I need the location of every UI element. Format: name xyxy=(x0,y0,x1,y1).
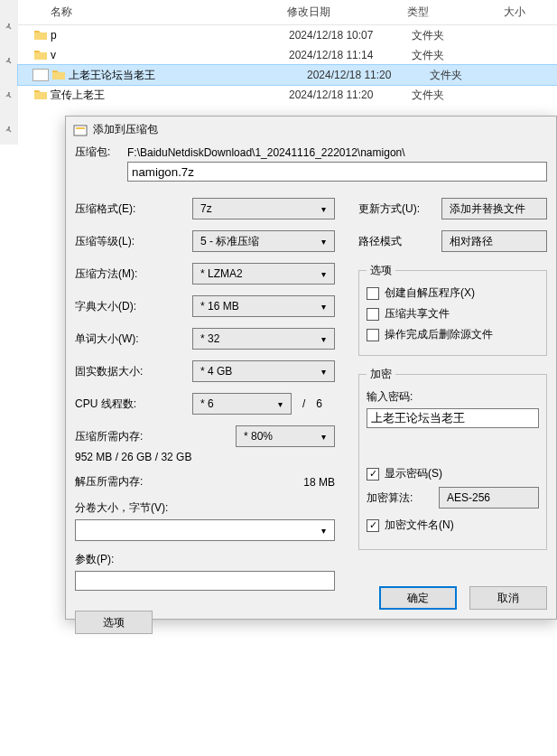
enc-method-select[interactable]: AES-256 xyxy=(439,487,539,509)
share-label: 压缩共享文件 xyxy=(385,306,450,322)
paths-select[interactable]: 相对路径 xyxy=(441,230,547,252)
decompmem-value: 18 MB xyxy=(299,476,335,489)
file-row[interactable]: p2024/12/18 10:07文件夹 xyxy=(18,25,557,45)
word-select[interactable]: * 32▾ xyxy=(192,328,335,350)
options-group: 选项 创建自解压程序(X) 压缩共享文件 操作完成后删除源文件 xyxy=(358,263,547,356)
volume-label: 分卷大小，字节(V): xyxy=(75,500,335,516)
sfx-checkbox[interactable] xyxy=(367,287,379,300)
compmem-detail: 952 MB / 26 GB / 32 GB xyxy=(75,451,191,463)
cancel-button[interactable]: 取消 xyxy=(469,586,547,610)
cpu-label: CPU 线程数: xyxy=(75,397,192,412)
file-type: 文件夹 xyxy=(430,68,529,83)
file-date: 2024/12/18 10:07 xyxy=(289,29,412,42)
file-list-header: 名称 修改日期 类型 大小 xyxy=(18,0,557,25)
dialog-title: 添加到压缩包 xyxy=(93,122,158,137)
folder-icon xyxy=(32,47,49,63)
chevron-down-icon: ▾ xyxy=(316,367,330,377)
file-name: 上老王论坛当老王 xyxy=(69,68,307,83)
column-header-size[interactable]: 大小 xyxy=(504,5,557,20)
row-checkbox[interactable] xyxy=(32,69,49,81)
enc-names-checkbox[interactable] xyxy=(367,519,379,532)
password-label: 输入密码: xyxy=(367,389,539,405)
file-type: 文件夹 xyxy=(412,88,511,103)
decompmem-label: 解压所需内存: xyxy=(75,474,192,490)
delete-label: 操作完成后删除源文件 xyxy=(385,327,493,342)
svg-rect-1 xyxy=(76,127,85,129)
format-label: 压缩格式(E): xyxy=(75,201,192,217)
folder-icon xyxy=(32,27,49,43)
archive-name-input[interactable] xyxy=(127,162,547,182)
left-column: 压缩格式(E): 7z▾ 压缩等级(L): 5 - 标准压缩▾ 压缩方法(M):… xyxy=(75,198,335,634)
volume-select[interactable]: ▾ xyxy=(75,519,335,541)
pin-icon[interactable] xyxy=(2,123,16,137)
column-header-type[interactable]: 类型 xyxy=(407,5,505,20)
folder-icon xyxy=(51,67,67,83)
compmem-pct-select[interactable]: * 80%▾ xyxy=(236,425,335,447)
pin-icon[interactable] xyxy=(2,89,16,103)
chevron-down-icon: ▾ xyxy=(316,302,330,312)
folder-icon xyxy=(32,87,49,103)
file-name: v xyxy=(51,49,289,61)
params-input[interactable] xyxy=(75,571,335,591)
enc-names-label: 加密文件名(N) xyxy=(385,518,454,533)
svg-rect-0 xyxy=(74,126,87,135)
column-header-name[interactable]: 名称 xyxy=(51,5,287,20)
paths-label: 路径模式 xyxy=(358,234,441,249)
file-row[interactable]: v2024/12/18 11:14文件夹 xyxy=(18,45,557,65)
archive-icon xyxy=(73,123,88,137)
show-password-label: 显示密码(S) xyxy=(385,466,442,481)
options-legend: 选项 xyxy=(367,263,395,278)
solid-select[interactable]: * 4 GB▾ xyxy=(192,360,335,382)
update-select[interactable]: 添加并替换文件 xyxy=(441,198,547,219)
chevron-down-icon: ▾ xyxy=(316,432,330,442)
delete-checkbox[interactable] xyxy=(367,329,379,341)
ok-button[interactable]: 确定 xyxy=(379,586,457,610)
encrypt-group: 加密 输入密码: 显示密码(S) 加密算法: AES-256 加密文件名(N) xyxy=(358,367,547,550)
dict-label: 字典大小(D): xyxy=(75,299,192,314)
file-row[interactable]: 宣传上老王2024/12/18 11:20文件夹 xyxy=(18,85,557,105)
method-label: 压缩方法(M): xyxy=(75,266,192,282)
pin-icon[interactable] xyxy=(2,54,16,69)
cpu-select[interactable]: * 6▾ xyxy=(192,393,292,415)
update-label: 更新方式(U): xyxy=(358,201,441,217)
file-name: p xyxy=(51,29,289,42)
options-button[interactable]: 选项 xyxy=(75,611,153,634)
chevron-down-icon: ▾ xyxy=(316,526,330,536)
chevron-down-icon: ▾ xyxy=(316,204,330,214)
file-name: 宣传上老王 xyxy=(51,88,289,103)
compmem-label: 压缩所需内存: xyxy=(75,429,192,444)
format-select[interactable]: 7z▾ xyxy=(192,198,335,219)
column-header-date[interactable]: 修改日期 xyxy=(287,5,407,20)
level-select[interactable]: 5 - 标准压缩▾ xyxy=(192,230,335,252)
solid-label: 固实数据大小: xyxy=(75,364,192,379)
password-input[interactable] xyxy=(367,408,539,428)
archive-path: F:\BaiduNetdiskDownload\1_20241116_22201… xyxy=(127,146,547,159)
encrypt-legend: 加密 xyxy=(367,367,395,382)
sfx-label: 创建自解压程序(X) xyxy=(385,285,475,301)
pin-icon[interactable] xyxy=(2,20,16,34)
file-list-pane: 名称 修改日期 类型 大小 p2024/12/18 10:07文件夹v2024/… xyxy=(18,0,557,105)
chevron-down-icon: ▾ xyxy=(316,334,330,344)
chevron-down-icon: ▾ xyxy=(273,399,287,409)
right-column: 更新方式(U): 添加并替换文件 路径模式 相对路径 选项 创建自解压程序(X)… xyxy=(358,198,547,634)
chevron-down-icon: ▾ xyxy=(316,237,330,247)
method-select[interactable]: * LZMA2▾ xyxy=(192,263,335,285)
word-label: 单词大小(W): xyxy=(75,331,192,347)
add-to-archive-dialog: 添加到压缩包 压缩包: F:\BaiduNetdiskDownload\1_20… xyxy=(65,116,557,620)
file-row[interactable]: 上老王论坛当老王2024/12/18 11:20文件夹 xyxy=(18,65,557,85)
level-label: 压缩等级(L): xyxy=(75,234,192,249)
params-label: 参数(P): xyxy=(75,552,335,567)
file-date: 2024/12/18 11:20 xyxy=(307,69,430,81)
show-password-checkbox[interactable] xyxy=(367,468,379,481)
cpu-total: 6 xyxy=(316,397,322,410)
file-type: 文件夹 xyxy=(412,28,511,43)
quick-access-strip xyxy=(0,0,18,145)
file-type: 文件夹 xyxy=(412,48,511,63)
enc-method-label: 加密算法: xyxy=(367,490,439,506)
dict-select[interactable]: * 16 MB▾ xyxy=(192,295,335,317)
chevron-down-icon: ▾ xyxy=(316,269,330,279)
archive-label: 压缩包: xyxy=(75,145,127,160)
share-checkbox[interactable] xyxy=(367,308,379,321)
file-date: 2024/12/18 11:20 xyxy=(289,89,412,101)
file-date: 2024/12/18 11:14 xyxy=(289,49,412,61)
